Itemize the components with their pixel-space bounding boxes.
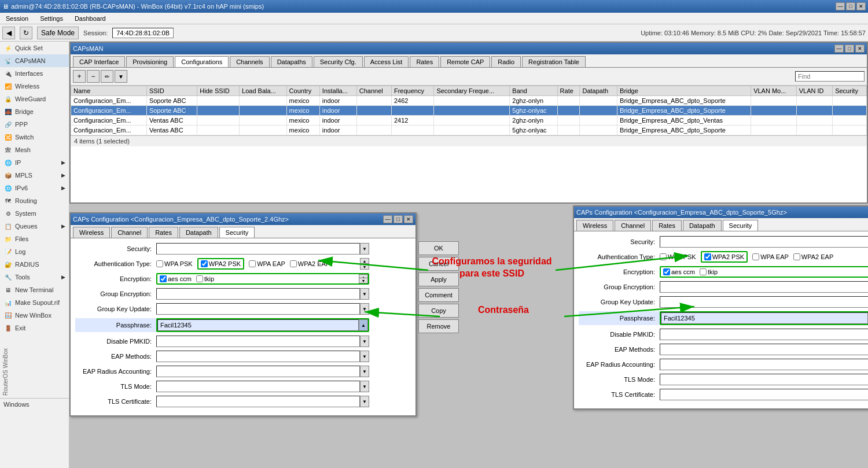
dialog2-wpa2-psk-checkbox[interactable] (704, 253, 711, 260)
sidebar-item-radius[interactable]: 🔐 RADIUS (0, 258, 69, 271)
dialog1-aes-item[interactable]: aes ccm (160, 275, 192, 282)
sidebar-item-exit[interactable]: 🚪 Exit (0, 322, 69, 334)
tab-access-list[interactable]: Access List (364, 56, 409, 67)
sidebar-item-make-supout[interactable]: 📊 Make Supout.rif (0, 296, 69, 309)
dialog1-cancel-button[interactable]: Cancel (418, 257, 459, 271)
dialog1-pmkid-scroll[interactable]: ▼ (360, 336, 369, 347)
dialog2-passphrase-input[interactable] (661, 312, 868, 324)
table-row[interactable]: Configuracion_Em... Soporte ABC mexico i… (71, 96, 867, 106)
delete-button[interactable]: − (87, 70, 100, 83)
dialog1-tab-channel[interactable]: Channel (111, 227, 148, 238)
dialog1-eap-input[interactable] (156, 351, 360, 362)
dialog1-tls-mode-input[interactable] (156, 381, 360, 392)
dialog1-tls-cert-scroll[interactable]: ▼ (360, 396, 369, 407)
tab-radio[interactable]: Radio (491, 56, 521, 67)
dialog1-aes-checkbox[interactable] (160, 275, 167, 282)
dialog1-tls-cert-input[interactable] (156, 396, 360, 407)
back-button[interactable]: ◀ (2, 27, 15, 39)
find-field[interactable] (795, 71, 865, 82)
dialog1-wpa-psk-item[interactable]: WPA PSK (156, 260, 193, 267)
sidebar-item-wireless[interactable]: 📶 Wireless (0, 80, 69, 93)
dialog2-wpa2-eap-item[interactable]: WPA2 EAP (793, 253, 833, 260)
dialog1-tab-wireless[interactable]: Wireless (73, 227, 110, 238)
sidebar-item-queues[interactable]: 📋 Queues ▶ (0, 220, 69, 233)
dialog1-security-input[interactable] (156, 243, 360, 255)
dialog2-tls-cert-input[interactable] (660, 389, 868, 400)
tab-security-cfg[interactable]: Security Cfg. (314, 56, 363, 67)
sidebar-item-new-winbox[interactable]: 🪟 New WinBox (0, 309, 69, 322)
dialog1-title-controls[interactable]: — □ ✕ (383, 215, 413, 223)
menu-session[interactable]: Session (2, 14, 32, 23)
dialog1-eap-radius-scroll[interactable]: ▼ (360, 366, 369, 377)
tab-channels[interactable]: Channels (230, 56, 269, 67)
capsman-title-controls[interactable]: — □ ✕ (834, 45, 865, 53)
dialog1-group-key-scroll[interactable]: ▼ (360, 303, 369, 315)
dialog1-security-scroll[interactable]: ▼ (360, 243, 369, 255)
tab-rates[interactable]: Rates (410, 56, 439, 67)
tab-cap-interface[interactable]: CAP Interface (73, 56, 125, 67)
sidebar-item-ip[interactable]: 🌐 IP ▶ (0, 156, 69, 169)
dialog2-aes-checkbox[interactable] (663, 268, 670, 275)
tab-remote-cap[interactable]: Remote CAP (440, 56, 490, 67)
dialog2-wpa-eap-checkbox[interactable] (752, 253, 759, 260)
maximize-button[interactable]: □ (846, 2, 855, 10)
sidebar-item-mpls[interactable]: 📦 MPLS ▶ (0, 169, 69, 182)
dialog2-group-enc-input[interactable] (660, 281, 868, 293)
menu-settings[interactable]: Settings (36, 14, 67, 23)
sidebar-item-mesh[interactable]: 🕸 Mesh (0, 143, 69, 156)
sidebar-item-log[interactable]: 📝 Log (0, 245, 69, 258)
dialog2-wpa2-psk-item[interactable]: WPA2 PSK (701, 251, 748, 263)
dialog1-eap-scroll[interactable]: ▼ (360, 351, 369, 362)
dialog2-aes-item[interactable]: aes ccm (663, 268, 695, 275)
tab-registration-table[interactable]: Registration Table (522, 56, 586, 67)
dialog1-wpa2-psk-item[interactable]: WPA2 PSK (197, 258, 244, 270)
table-row[interactable]: Configuracion_Em... Ventas ABC mexico in… (71, 116, 867, 126)
dialog1-wpa2-eap-item[interactable]: WPA2 EAP (290, 260, 330, 267)
dialog1-apply-button[interactable]: Apply (418, 272, 459, 286)
dialog1-wpa2-psk-checkbox[interactable] (201, 260, 208, 267)
dialog2-wpa-psk-item[interactable]: WPA PSK (660, 253, 696, 260)
dialog1-wpa2-eap-checkbox[interactable] (290, 260, 297, 267)
dialog2-pmkid-input[interactable] (660, 329, 868, 340)
sidebar-item-system[interactable]: ⚙ System (0, 207, 69, 220)
sidebar-item-new-terminal[interactable]: 🖥 New Terminal (0, 283, 69, 296)
dialog1-tkip-checkbox[interactable] (196, 275, 203, 282)
capsman-maximize[interactable]: □ (845, 45, 854, 53)
edit-button[interactable]: ✏ (101, 70, 113, 83)
dialog1-tab-security[interactable]: Security (219, 227, 255, 238)
safe-mode-button[interactable]: Safe Mode (37, 27, 79, 39)
table-row[interactable]: Configuracion_Em... Soporte ABC mexico i… (71, 106, 867, 116)
dialog1-tls-mode-scroll[interactable]: ▼ (360, 381, 369, 392)
dialog2-wpa2-eap-checkbox[interactable] (793, 253, 800, 260)
title-bar-controls[interactable]: — □ ✕ (836, 2, 866, 10)
dialog2-tls-mode-input[interactable] (660, 374, 868, 385)
dialog2-group-key-input[interactable] (660, 296, 868, 308)
minimize-button[interactable]: — (836, 2, 845, 10)
menu-dashboard[interactable]: Dashboard (71, 14, 109, 23)
dialog2-wpa-psk-checkbox[interactable] (660, 253, 667, 260)
sidebar-item-bridge[interactable]: 🌉 Bridge (0, 105, 69, 118)
add-button[interactable]: + (73, 70, 86, 83)
sidebar-item-files[interactable]: 📁 Files (0, 233, 69, 245)
dialog1-wpa-eap-item[interactable]: WPA EAP (249, 260, 285, 267)
refresh-button[interactable]: ↻ (20, 27, 32, 39)
dialog1-close[interactable]: ✕ (404, 215, 413, 223)
dialog1-wpa-psk-checkbox[interactable] (156, 260, 163, 267)
dialog1-maximize[interactable]: □ (393, 215, 403, 223)
tab-provisioning[interactable]: Provisioning (126, 56, 174, 67)
dialog1-auth-scroll-down[interactable]: ▼ (360, 264, 369, 270)
dialog1-passphrase-scroll[interactable]: ▲ (359, 319, 368, 331)
sidebar-item-tools[interactable]: 🔧 Tools ▶ (0, 271, 69, 283)
tab-datapaths[interactable]: Datapaths (271, 56, 312, 67)
dialog1-remove-button[interactable]: Remove (418, 319, 459, 333)
capsman-close[interactable]: ✕ (855, 45, 865, 53)
dialog1-group-enc-input[interactable] (156, 288, 360, 300)
dialog2-tkip-checkbox[interactable] (700, 268, 707, 275)
dialog1-comment-button[interactable]: Comment (418, 288, 459, 302)
dialog2-tab-wireless[interactable]: Wireless (576, 220, 613, 231)
dialog2-tab-datapath[interactable]: Datapath (683, 220, 722, 231)
table-row[interactable]: Configuracion_Em... Ventas ABC mexico in… (71, 126, 867, 135)
dialog1-eap-radius-input[interactable] (156, 366, 360, 377)
sidebar-item-wireguard[interactable]: 🔒 WireGuard (0, 93, 69, 105)
dialog1-copy-button[interactable]: Copy (418, 304, 459, 318)
